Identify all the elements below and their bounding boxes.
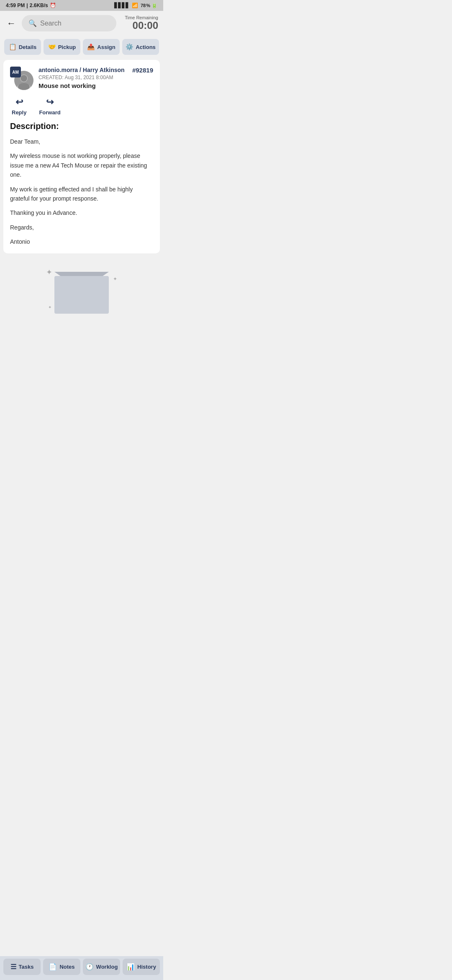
star-icon-2: ✦ <box>113 276 117 282</box>
description-title: Description: <box>10 121 153 131</box>
status-network-speed: 2.6KB/s <box>30 3 48 8</box>
details-button[interactable]: 📋 Details <box>4 39 41 55</box>
desc-para-5: Antonio <box>10 237 153 246</box>
time-remaining-value: 00:00 <box>121 20 158 31</box>
desc-para-0: Dear Team, <box>10 137 153 146</box>
signal-icon: ▋▋▋▋ <box>114 3 129 8</box>
pickup-button[interactable]: 🤝 Pickup <box>44 39 80 55</box>
actions-button[interactable]: ⚙️ Actions <box>122 39 159 55</box>
desc-para-2: My work is getting effected and I shall … <box>10 185 153 204</box>
avatar-container: AM <box>10 67 33 90</box>
desc-para-3: Thanking you in Advance. <box>10 208 153 217</box>
envelope-body <box>54 276 109 314</box>
status-time: 4:59 PM <box>6 3 25 8</box>
star-icon-1: ✦ <box>46 268 52 277</box>
forward-button[interactable]: ↪ Forward <box>39 97 60 116</box>
header: ← 🔍 Time Remaining 00:00 <box>0 11 163 36</box>
actions-icon: ⚙️ <box>126 43 134 51</box>
avatar-initials: AM <box>10 67 21 77</box>
forward-icon: ↪ <box>46 97 54 108</box>
desc-para-1: My wireless mouse is not working properl… <box>10 151 153 179</box>
assign-icon: 📤 <box>87 43 95 51</box>
search-input[interactable] <box>40 20 110 27</box>
reply-icon: ↩ <box>15 97 23 108</box>
desc-para-4: Regards, <box>10 223 153 232</box>
status-bar: 4:59 PM | 2.6KB/s ⏰ ▋▋▋▋ 📶 78% 🔋 <box>0 0 163 11</box>
ticket-id: #92819 <box>132 67 153 74</box>
search-icon: 🔍 <box>28 19 37 27</box>
email-illustration: ✦ ✦ ✦ <box>0 255 163 326</box>
back-button[interactable]: ← <box>5 16 18 31</box>
ticket-card: AM antonio.morra / Harry Atkinson #92819… <box>3 60 160 253</box>
status-left: 4:59 PM | 2.6KB/s ⏰ <box>6 3 56 8</box>
battery-icon: 78% 🔋 <box>141 3 157 8</box>
assign-button[interactable]: 📤 Assign <box>83 39 120 55</box>
search-bar-container[interactable]: 🔍 <box>22 15 116 31</box>
star-icon-3: ✦ <box>48 305 51 309</box>
ticket-subject: Mouse not working <box>39 82 153 89</box>
time-remaining-container: Time Remaining 00:00 <box>121 15 158 31</box>
wifi-icon: 📶 <box>132 3 138 8</box>
status-right: ▋▋▋▋ 📶 78% 🔋 <box>114 3 157 8</box>
reply-button[interactable]: ↩ Reply <box>12 97 26 116</box>
details-icon: 📋 <box>9 43 17 51</box>
ticket-user: antonio.morra / Harry Atkinson <box>39 67 125 73</box>
description-section: Description: Dear Team, My wireless mous… <box>10 121 153 247</box>
ticket-info: antonio.morra / Harry Atkinson #92819 CR… <box>39 67 153 89</box>
status-network: | <box>26 3 28 8</box>
envelope: ✦ ✦ ✦ <box>54 272 109 314</box>
ticket-meta-row: antonio.morra / Harry Atkinson #92819 <box>39 67 153 74</box>
svg-point-3 <box>21 75 27 82</box>
description-body: Dear Team, My wireless mouse is not work… <box>10 137 153 247</box>
reply-forward-row: ↩ Reply ↪ Forward <box>10 97 153 116</box>
ticket-header: AM antonio.morra / Harry Atkinson #92819… <box>10 67 153 90</box>
toolbar: 📋 Details 🤝 Pickup 📤 Assign ⚙️ Actions <box>0 36 163 58</box>
pickup-icon: 🤝 <box>48 43 56 51</box>
ticket-created: CREATED: Aug 31, 2021 8:00AM <box>39 75 153 80</box>
alarm-icon: ⏰ <box>50 3 56 8</box>
